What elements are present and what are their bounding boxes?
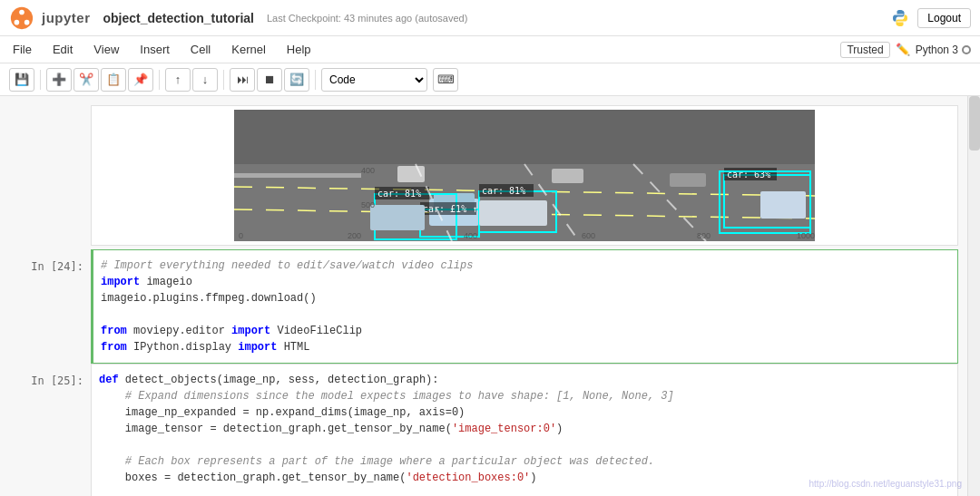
stop-button[interactable]: ⏹ (257, 68, 282, 92)
cell-type-dropdown[interactable]: Code Markdown Raw NBConvert (321, 68, 427, 92)
jupyter-label: jupyter (42, 10, 91, 25)
add-cell-button[interactable]: ➕ (46, 68, 72, 92)
svg-text:1000: 1000 (797, 231, 815, 240)
save-button[interactable]: 💾 (9, 68, 34, 92)
menu-help[interactable]: Help (283, 41, 315, 58)
top-right-controls: Logout (890, 8, 971, 28)
cut-cell-button[interactable]: ✂️ (74, 68, 99, 92)
svg-text:car: 81%: car: 81% (377, 189, 421, 199)
svg-rect-27 (760, 191, 806, 219)
kernel-status-dot (962, 45, 971, 54)
cell-body-24[interactable]: # Import everything needed to edit/save/… (91, 249, 958, 364)
svg-rect-29 (479, 200, 547, 226)
notebook-title: object_detection_tutorial (103, 11, 254, 25)
menu-cell[interactable]: Cell (187, 41, 214, 58)
toolbar-separator-2 (159, 70, 160, 90)
jupyter-logo-icon (9, 5, 34, 31)
checkpoint-info: Last Checkpoint: 43 minutes ago (autosav… (267, 13, 467, 24)
menu-insert[interactable]: Insert (136, 41, 173, 58)
menu-bar: File Edit View Insert Cell Kernel Help T… (0, 36, 980, 63)
svg-text:800: 800 (697, 231, 710, 240)
step-button[interactable]: ⏭ (230, 68, 255, 92)
svg-text:car: 81%: car: 81% (482, 186, 525, 196)
toolbar-separator-4 (315, 70, 316, 90)
code-cell-25: In [25]: def detect_objects(image_np, se… (0, 364, 967, 496)
menu-edit[interactable]: Edit (49, 41, 76, 58)
code-cell-24: In [24]: # Import everything needed to e… (0, 249, 967, 364)
svg-text:600: 600 (582, 231, 595, 240)
scrollbar-thumb[interactable] (969, 96, 980, 151)
svg-text:car: £1% ↑: car: £1% ↑ (423, 204, 477, 214)
toolbar: 💾 ➕ ✂️ 📋 📌 ↑ ↓ ⏭ ⏹ 🔄 Code Markdown Raw N… (0, 63, 980, 96)
toolbar-separator-1 (40, 70, 41, 90)
traffic-output: car: 81% car: 81% car: £1% ↑ car: 63% (91, 105, 958, 246)
svg-point-1 (19, 9, 24, 15)
main-content: car: 81% car: 81% car: £1% ↑ car: 63% (0, 96, 980, 496)
paste-cell-button[interactable]: 📌 (128, 68, 153, 92)
restart-button[interactable]: 🔄 (284, 68, 309, 92)
scrollbar[interactable] (967, 96, 980, 496)
cell-code-25[interactable]: def detect_objects(image_np, sess, detec… (92, 365, 957, 496)
copy-cell-button[interactable]: 📋 (101, 68, 126, 92)
keyboard-shortcuts-button[interactable]: ⌨ (433, 68, 458, 92)
svg-text:400: 400 (361, 166, 375, 175)
python-logo-icon (890, 8, 910, 28)
output-cell-traffic: car: 81% car: 81% car: £1% ↑ car: 63% (0, 105, 967, 246)
svg-rect-28 (370, 205, 425, 230)
svg-rect-10 (552, 169, 583, 183)
menu-right: Trusted ✏️ Python 3 (840, 42, 971, 58)
cell-code-24[interactable]: # Import everything needed to edit/save/… (93, 250, 957, 363)
cell-prompt-24: In [24]: (0, 249, 91, 364)
cell-prompt-25: In [25]: (0, 364, 91, 496)
svg-point-3 (24, 19, 30, 24)
kernel-info: Python 3 (916, 44, 971, 56)
logo-area: jupyter object_detection_tutorial Last C… (9, 5, 467, 31)
move-up-button[interactable]: ↑ (165, 68, 191, 92)
move-down-button[interactable]: ↓ (192, 68, 218, 92)
top-bar: jupyter object_detection_tutorial Last C… (0, 0, 980, 36)
menu-items: File Edit View Insert Cell Kernel Help (9, 41, 315, 58)
svg-rect-8 (234, 173, 361, 178)
svg-point-2 (15, 19, 20, 24)
menu-kernel[interactable]: Kernel (228, 41, 270, 58)
notebook-area: car: 81% car: 81% car: £1% ↑ car: 63% (0, 96, 967, 496)
svg-text:500: 500 (361, 200, 375, 209)
pencil-icon[interactable]: ✏️ (896, 43, 910, 56)
menu-view[interactable]: View (90, 41, 122, 58)
trusted-badge[interactable]: Trusted (840, 42, 889, 58)
svg-text:0: 0 (239, 231, 243, 240)
menu-file[interactable]: File (9, 41, 35, 58)
svg-text:400: 400 (464, 231, 477, 240)
cell-body-25[interactable]: def detect_objects(image_np, sess, detec… (91, 364, 958, 496)
traffic-image-container: car: 81% car: 81% car: £1% ↑ car: 63% (95, 110, 954, 241)
svg-rect-11 (670, 173, 706, 187)
toolbar-separator-3 (223, 70, 224, 90)
traffic-image: car: 81% car: 81% car: £1% ↑ car: 63% (234, 110, 815, 241)
svg-text:200: 200 (348, 231, 361, 240)
output-prompt-empty (0, 105, 91, 246)
logout-button[interactable]: Logout (917, 8, 971, 28)
kernel-name-label: Python 3 (916, 44, 958, 56)
